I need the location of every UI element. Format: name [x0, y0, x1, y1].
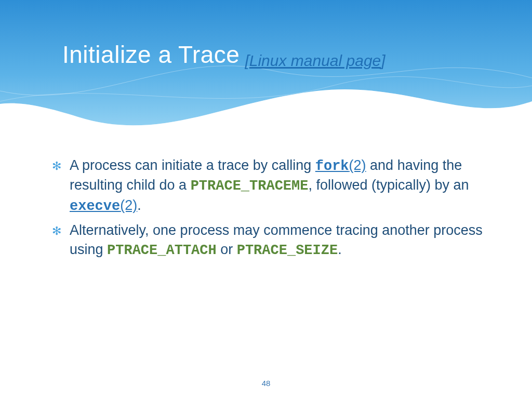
fork-link[interactable]: fork(2) — [315, 158, 366, 174]
text-fragment: . — [137, 197, 141, 213]
text-fragment: . — [338, 242, 342, 257]
bullet-text: Alternatively, one process may commence … — [70, 221, 485, 260]
bullet-star-icon: ✻ — [52, 222, 61, 241]
execve-link[interactable]: execve(2) — [70, 198, 137, 214]
text-fragment: A process can initiate a trace by callin… — [70, 157, 315, 173]
text-fragment: (2) — [120, 197, 137, 213]
linux-manual-page-link[interactable]: Linux manual page — [249, 52, 381, 69]
list-item: ✻ A process can initiate a trace by call… — [52, 156, 485, 216]
slide-body: ✻ A process can initiate a trace by call… — [52, 156, 485, 265]
wave-header-background — [0, 0, 532, 145]
bracket-close: ] — [381, 52, 385, 69]
text-fragment: , followed (typically) by an — [308, 177, 469, 193]
ptrace-attach-code: PTRACE_ATTACH — [107, 243, 217, 258]
text-fragment: or — [217, 242, 237, 257]
list-item: ✻ Alternatively, one process may commenc… — [52, 221, 485, 260]
text-fragment: (2) — [349, 157, 366, 173]
bracket-open: [ — [245, 52, 249, 69]
slide-title-area: Initialize a Trace [Linux manual page] — [62, 41, 385, 69]
page-number: 48 — [0, 379, 532, 388]
subtitle-brackets: [Linux manual page] — [245, 52, 385, 70]
slide-title: Initialize a Trace — [62, 41, 240, 69]
text-fragment: execve — [70, 198, 120, 214]
ptrace-traceme-code: PTRACE_TRACEME — [191, 178, 309, 194]
bullet-star-icon: ✻ — [52, 157, 61, 176]
ptrace-seize-code: PTRACE_SEIZE — [237, 243, 338, 258]
text-fragment: fork — [315, 158, 349, 174]
bullet-text: A process can initiate a trace by callin… — [70, 156, 485, 216]
